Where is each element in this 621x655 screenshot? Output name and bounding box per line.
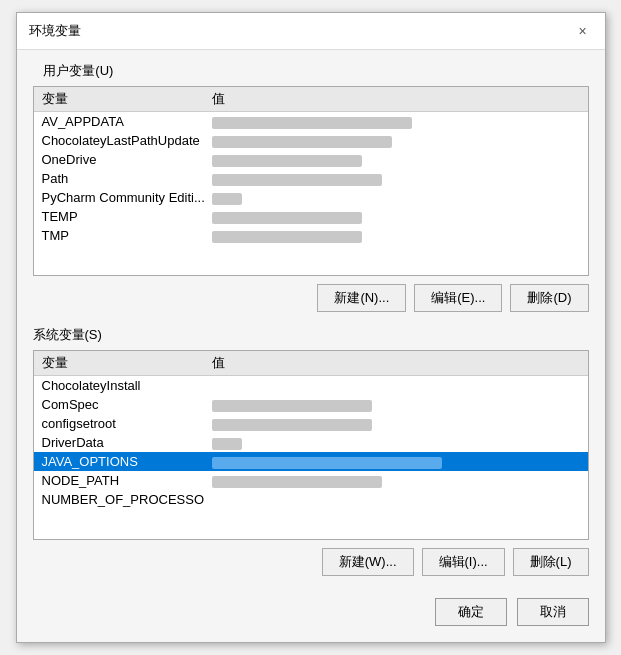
dialog-title: 环境变量 — [29, 22, 81, 40]
table-row[interactable]: TEMP — [34, 207, 588, 226]
environment-variables-dialog: 环境变量 × 用户变量(U) 变量 值 AV_APPDATAChocolatey… — [16, 12, 606, 643]
table-row[interactable]: configsetroot — [34, 414, 588, 433]
var-value-cell — [204, 395, 588, 414]
table-row[interactable]: TMP — [34, 226, 588, 245]
var-name-cell: PyCharm Community Editi... — [34, 188, 204, 207]
table-row[interactable]: AV_APPDATA — [34, 112, 588, 132]
table-row[interactable]: Path — [34, 169, 588, 188]
user-variables-table-container[interactable]: 变量 值 AV_APPDATAChocolateyLastPathUpdateO… — [33, 86, 589, 276]
var-value-cell — [204, 207, 588, 226]
var-value-cell — [204, 490, 588, 509]
var-value-cell — [204, 112, 588, 132]
var-value-cell — [204, 169, 588, 188]
bottom-buttons: 确定 取消 — [33, 590, 589, 630]
ok-button[interactable]: 确定 — [435, 598, 507, 626]
cancel-button[interactable]: 取消 — [517, 598, 589, 626]
var-name-cell: TMP — [34, 226, 204, 245]
user-section-label: 用户变量(U) — [33, 62, 589, 80]
user-variables-table: 变量 值 AV_APPDATAChocolateyLastPathUpdateO… — [34, 87, 588, 245]
var-name-cell: ComSpec — [34, 395, 204, 414]
sys-section-label: 系统变量(S) — [33, 326, 589, 344]
var-name-cell: OneDrive — [34, 150, 204, 169]
var-name-cell: NUMBER_OF_PROCESSORS — [34, 490, 204, 509]
var-value-cell — [204, 226, 588, 245]
user-col-var: 变量 — [34, 87, 204, 112]
var-name-cell: AV_APPDATA — [34, 112, 204, 132]
var-value-cell — [204, 471, 588, 490]
var-value-cell — [204, 376, 588, 396]
var-value-cell — [204, 433, 588, 452]
var-name-cell: configsetroot — [34, 414, 204, 433]
var-name-cell: NODE_PATH — [34, 471, 204, 490]
sys-variables-table: 变量 值 ChocolateyInstallComSpecconfigsetro… — [34, 351, 588, 509]
sys-col-var: 变量 — [34, 351, 204, 376]
var-value-cell — [204, 131, 588, 150]
user-delete-button[interactable]: 删除(D) — [510, 284, 588, 312]
user-edit-button[interactable]: 编辑(E)... — [414, 284, 502, 312]
table-row[interactable]: NODE_PATH — [34, 471, 588, 490]
close-button[interactable]: × — [573, 21, 593, 41]
var-name-cell: Path — [34, 169, 204, 188]
var-value-cell — [204, 188, 588, 207]
dialog-body: 用户变量(U) 变量 值 AV_APPDATAChocolateyLastPat… — [17, 50, 605, 642]
table-row[interactable]: DriverData — [34, 433, 588, 452]
title-bar: 环境变量 × — [17, 13, 605, 50]
var-name-cell: TEMP — [34, 207, 204, 226]
table-row[interactable]: ComSpec — [34, 395, 588, 414]
user-new-button[interactable]: 新建(N)... — [317, 284, 406, 312]
var-name-cell: ChocolateyLastPathUpdate — [34, 131, 204, 150]
table-row[interactable]: ChocolateyInstall — [34, 376, 588, 396]
var-value-cell — [204, 452, 588, 471]
table-row[interactable]: ChocolateyLastPathUpdate — [34, 131, 588, 150]
sys-col-val: 值 — [204, 351, 588, 376]
var-name-cell: JAVA_OPTIONS — [34, 452, 204, 471]
table-row[interactable]: JAVA_OPTIONS — [34, 452, 588, 471]
sys-variables-table-container[interactable]: 变量 值 ChocolateyInstallComSpecconfigsetro… — [33, 350, 589, 540]
var-name-cell: DriverData — [34, 433, 204, 452]
var-value-cell — [204, 150, 588, 169]
var-name-cell: ChocolateyInstall — [34, 376, 204, 396]
sys-buttons-row: 新建(W)... 编辑(I)... 删除(L) — [33, 548, 589, 576]
sys-edit-button[interactable]: 编辑(I)... — [422, 548, 505, 576]
sys-delete-button[interactable]: 删除(L) — [513, 548, 589, 576]
var-value-cell — [204, 414, 588, 433]
table-row[interactable]: OneDrive — [34, 150, 588, 169]
table-row[interactable]: NUMBER_OF_PROCESSORS — [34, 490, 588, 509]
table-row[interactable]: PyCharm Community Editi... — [34, 188, 588, 207]
user-col-val: 值 — [204, 87, 588, 112]
user-buttons-row: 新建(N)... 编辑(E)... 删除(D) — [33, 284, 589, 312]
sys-new-button[interactable]: 新建(W)... — [322, 548, 414, 576]
